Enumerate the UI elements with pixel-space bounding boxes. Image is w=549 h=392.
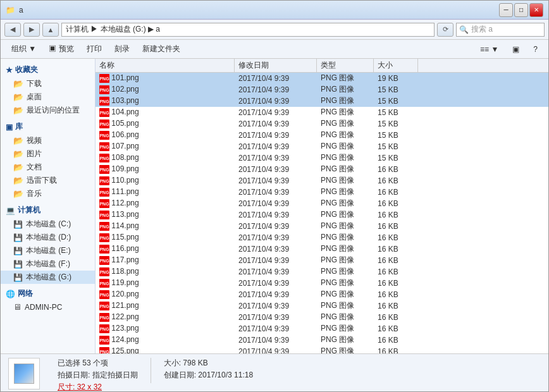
sidebar-item-admin-pc[interactable]: 🖥 ADMIN-PC — [1, 301, 95, 313]
burn-button[interactable]: 刻录 — [109, 42, 135, 56]
file-size-cell: 16 KB — [374, 199, 418, 208]
file-type-cell: PNG 图像 — [317, 312, 374, 322]
file-date-cell: 2017/10/4 9:39 — [235, 74, 317, 83]
file-size-cell: 15 KB — [374, 154, 418, 162]
table-row[interactable]: PNG 116.png2017/10/4 9:39PNG 图像16 KB — [96, 243, 548, 255]
file-size-cell: 16 KB — [374, 256, 418, 265]
preview-button[interactable]: ▣ 预览 — [43, 42, 79, 56]
organize-button[interactable]: 组织 ▼ — [6, 42, 42, 56]
col-header-type[interactable]: 类型 — [317, 59, 374, 72]
help-button[interactable]: ? — [527, 42, 543, 56]
file-size-cell: 16 KB — [374, 324, 418, 333]
file-name-cell: PNG 121.png — [96, 301, 235, 311]
file-list-body[interactable]: PNG 101.png2017/10/4 9:39PNG 图像19 KBPNG … — [96, 73, 548, 353]
file-size-cell: 15 KB — [374, 85, 418, 94]
folder-icon: 📂 — [13, 149, 23, 159]
drive-icon: 💾 — [13, 220, 23, 229]
table-row[interactable]: PNG 118.png2017/10/4 9:39PNG 图像16 KB — [96, 266, 548, 278]
monitor-icon: 🖥 — [13, 302, 22, 312]
file-name-cell: PNG 111.png — [96, 187, 235, 197]
view-button[interactable]: ≡≡ ▼ — [474, 42, 504, 56]
table-row[interactable]: PNG 115.png2017/10/4 9:39PNG 图像16 KB — [96, 232, 548, 243]
table-row[interactable]: PNG 112.png2017/10/4 9:39PNG 图像16 KB — [96, 198, 548, 209]
table-row[interactable]: PNG 103.png2017/10/4 9:39PNG 图像15 KB — [96, 95, 548, 107]
close-button[interactable]: ✕ — [529, 3, 543, 17]
file-type-cell: PNG 图像 — [317, 141, 374, 152]
sidebar-item-recent[interactable]: 📂 最近访问的位置 — [1, 104, 95, 117]
sidebar-item-desktop[interactable]: 📂 桌面 — [1, 90, 95, 104]
table-row[interactable]: PNG 121.png2017/10/4 9:39PNG 图像16 KB — [96, 300, 548, 312]
col-header-date[interactable]: 修改日期 — [235, 59, 317, 72]
sidebar-item-music[interactable]: 📂 音乐 — [1, 187, 95, 200]
file-name-cell: PNG 104.png — [96, 107, 235, 118]
table-row[interactable]: PNG 111.png2017/10/4 9:39PNG 图像16 KB — [96, 187, 548, 198]
file-date-cell: 2017/10/4 9:39 — [235, 245, 317, 254]
table-row[interactable]: PNG 108.png2017/10/4 9:39PNG 图像15 KB — [96, 152, 548, 164]
sidebar-item-d[interactable]: 💾 本地磁盘 (D:) — [1, 231, 95, 244]
table-row[interactable]: PNG 106.png2017/10/4 9:39PNG 图像15 KB — [96, 130, 548, 141]
table-row[interactable]: PNG 105.png2017/10/4 9:39PNG 图像15 KB — [96, 118, 548, 130]
sidebar-item-xunlei[interactable]: 📂 迅雷下载 — [1, 174, 95, 187]
table-row[interactable]: PNG 119.png2017/10/4 9:39PNG 图像16 KB — [96, 278, 548, 289]
table-row[interactable]: PNG 110.png2017/10/4 9:39PNG 图像16 KB — [96, 175, 548, 187]
forward-button[interactable]: ▶ — [23, 23, 40, 37]
table-row[interactable]: PNG 104.png2017/10/4 9:39PNG 图像15 KB — [96, 107, 548, 118]
sidebar-item-documents[interactable]: 📂 文档 — [1, 161, 95, 174]
file-type-icon: PNG — [99, 324, 109, 333]
table-row[interactable]: PNG 125.png2017/10/4 9:39PNG 图像16 KB — [96, 346, 548, 353]
table-row[interactable]: PNG 122.png2017/10/4 9:39PNG 图像16 KB — [96, 312, 548, 323]
table-row[interactable]: PNG 114.png2017/10/4 9:39PNG 图像16 KB — [96, 221, 548, 232]
col-header-name[interactable]: 名称 — [96, 59, 235, 72]
search-box[interactable]: 🔍 搜索 a — [456, 23, 545, 37]
address-path[interactable]: 计算机 ▶ 本地磁盘 (G:) ▶ a — [61, 23, 435, 37]
table-row[interactable]: PNG 113.png2017/10/4 9:39PNG 图像16 KB — [96, 209, 548, 221]
file-size-cell: 19 KB — [374, 74, 418, 83]
table-row[interactable]: PNG 109.png2017/10/4 9:39PNG 图像16 KB — [96, 164, 548, 175]
file-name-cell: PNG 108.png — [96, 153, 235, 163]
file-type-icon: PNG — [99, 290, 109, 299]
file-type-icon: PNG — [99, 108, 109, 117]
up-button[interactable]: ▲ — [42, 23, 59, 37]
file-type-icon: PNG — [99, 176, 109, 185]
file-type-cell: PNG 图像 — [317, 73, 374, 83]
sidebar-item-e[interactable]: 💾 本地磁盘 (E:) — [1, 244, 95, 257]
file-name-cell: PNG 112.png — [96, 199, 235, 209]
sidebar-item-f[interactable]: 💾 本地磁盘 (F:) — [1, 257, 95, 271]
file-type-cell: PNG 图像 — [317, 266, 374, 277]
file-name-cell: PNG 114.png — [96, 221, 235, 231]
new-folder-button[interactable]: 新建文件夹 — [137, 42, 186, 56]
sidebar-item-downloads[interactable]: 📂 下载 — [1, 77, 95, 90]
sidebar-item-g[interactable]: 💾 本地磁盘 (G:) — [1, 271, 95, 284]
minimize-button[interactable]: ─ — [499, 3, 513, 17]
table-row[interactable]: PNG 101.png2017/10/4 9:39PNG 图像19 KB — [96, 73, 548, 84]
table-row[interactable]: PNG 107.png2017/10/4 9:39PNG 图像15 KB — [96, 141, 548, 152]
back-button[interactable]: ◀ — [4, 23, 21, 37]
sidebar-e-label: 本地磁盘 (E:) — [26, 245, 71, 256]
table-row[interactable]: PNG 123.png2017/10/4 9:39PNG 图像16 KB — [96, 323, 548, 334]
sidebar-desktop-label: 桌面 — [27, 92, 42, 102]
file-date-cell: 2017/10/4 9:39 — [235, 154, 317, 162]
col-header-size[interactable]: 大小 — [374, 59, 418, 72]
file-name-cell: PNG 124.png — [96, 335, 235, 345]
file-type-icon: PNG — [99, 85, 109, 94]
sidebar-item-c[interactable]: 💾 本地磁盘 (C:) — [1, 217, 95, 231]
table-row[interactable]: PNG 117.png2017/10/4 9:39PNG 图像16 KB — [96, 255, 548, 266]
table-row[interactable]: PNG 102.png2017/10/4 9:39PNG 图像15 KB — [96, 84, 548, 95]
refresh-button[interactable]: ⟳ — [437, 23, 453, 37]
sidebar-network-header: 🌐 网络 — [1, 286, 95, 301]
sidebar-g-label: 本地磁盘 (G:) — [26, 272, 71, 283]
status-divider — [151, 358, 151, 383]
table-row[interactable]: PNG 124.png2017/10/4 9:39PNG 图像16 KB — [96, 334, 548, 346]
sidebar-library-header: ▣ 库 — [1, 119, 95, 134]
sidebar-item-pictures[interactable]: 📂 图片 — [1, 147, 95, 161]
folder-icon: 📂 — [13, 106, 23, 115]
print-button[interactable]: 打印 — [81, 42, 108, 56]
maximize-button[interactable]: □ — [514, 3, 528, 17]
sidebar-item-video[interactable]: 📂 视频 — [1, 134, 95, 147]
file-name-cell: PNG 120.png — [96, 290, 235, 300]
title-bar-controls: ─ □ ✕ — [499, 3, 543, 17]
table-row[interactable]: PNG 120.png2017/10/4 9:39PNG 图像16 KB — [96, 289, 548, 300]
file-size-cell: 16 KB — [374, 222, 418, 231]
pane-button[interactable]: ▣ — [507, 42, 525, 56]
file-type-icon: PNG — [99, 119, 109, 128]
